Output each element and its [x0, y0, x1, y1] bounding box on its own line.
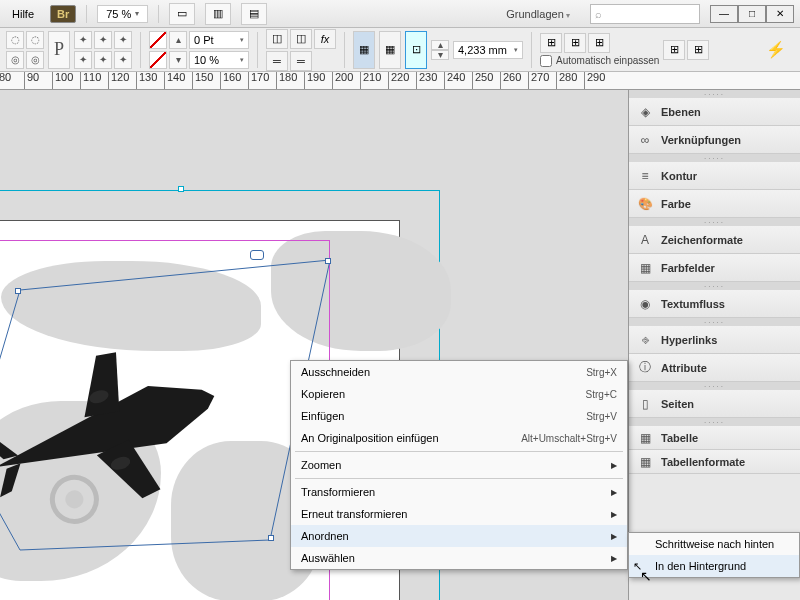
wrap-icon[interactable]: ═ [290, 51, 312, 71]
stroke-none-icon[interactable] [149, 51, 167, 69]
fx-icon[interactable]: fx [314, 29, 336, 49]
panel-item-farbfelder[interactable]: ▦Farbfelder [629, 254, 800, 282]
panel-item-seiten[interactable]: ▯Seiten [629, 390, 800, 418]
dimension-input[interactable]: 4,233 mm [453, 41, 523, 59]
fit-icon[interactable]: ⊞ [588, 33, 610, 53]
anchor-point[interactable] [268, 535, 274, 541]
ruler-tick: 290 [584, 72, 605, 90]
fit-icon[interactable]: ⊞ [687, 40, 709, 60]
tool-icon[interactable]: ◌ [26, 31, 44, 49]
menu-item-kopieren[interactable]: KopierenStrg+C [291, 383, 627, 405]
panel-label: Zeichenformate [661, 234, 743, 246]
tool-icon[interactable]: ✦ [114, 51, 132, 69]
help-menu[interactable]: Hilfe [6, 6, 40, 22]
panel-grip[interactable] [629, 318, 800, 326]
tool-icon[interactable]: ✦ [114, 31, 132, 49]
panel-item-textumfluss[interactable]: ◉Textumfluss [629, 290, 800, 318]
panel-label: Textumfluss [661, 298, 725, 310]
menu-item-an-originalposition-einfügen[interactable]: An Originalposition einfügenAlt+Umschalt… [291, 427, 627, 449]
anchor-point[interactable] [15, 288, 21, 294]
shortcut-label: Strg+C [586, 389, 617, 400]
workspace-dropdown[interactable]: Grundlagen [496, 6, 580, 22]
tool-icon[interactable]: ✦ [94, 31, 112, 49]
fit-icon[interactable]: ⊞ [663, 40, 685, 60]
align-icon[interactable]: ▦ [379, 31, 401, 69]
panel-item-farbe[interactable]: 🎨Farbe [629, 190, 800, 218]
panel-item-kontur[interactable]: ≡Kontur [629, 162, 800, 190]
submenu-item-in-den-hintergrund[interactable]: ↖In den Hintergrund [629, 555, 799, 577]
tool-icon[interactable]: ◌ [6, 31, 24, 49]
panel-grip[interactable] [629, 382, 800, 390]
tool-icon[interactable]: ✦ [74, 31, 92, 49]
menu-item-transformieren[interactable]: Transformieren▶ [291, 481, 627, 503]
panel-item-hyperlinks[interactable]: ⎆Hyperlinks [629, 326, 800, 354]
ruler-tick: 100 [52, 72, 73, 90]
close-button[interactable]: ✕ [766, 5, 794, 23]
submenu-item-schrittweise-nach-hinten[interactable]: Schrittweise nach hinten [629, 533, 799, 555]
panel-icon: ▦ [637, 454, 653, 470]
maximize-button[interactable]: □ [738, 5, 766, 23]
horizontal-ruler: 8090100110120130140150160170180190200210… [0, 72, 800, 90]
view-mode-button-2[interactable]: ▥ [205, 3, 231, 25]
align-icon[interactable]: ▦ [353, 31, 375, 69]
panel-item-verknüpfungen[interactable]: ∞Verknüpfungen [629, 126, 800, 154]
panel-label: Hyperlinks [661, 334, 717, 346]
separator [86, 5, 87, 23]
tool-icon[interactable]: ◎ [26, 51, 44, 69]
zoom-dropdown[interactable]: 75 % [97, 5, 148, 23]
stepper-down-icon[interactable]: ▾ [169, 51, 187, 69]
menu-item-zoomen[interactable]: Zoomen▶ [291, 454, 627, 476]
selection-handle[interactable] [178, 186, 184, 192]
opacity-input[interactable]: 10 % [189, 51, 249, 69]
menu-item-einfügen[interactable]: EinfügenStrg+V [291, 405, 627, 427]
wrap-icon[interactable]: ═ [266, 51, 288, 71]
panel-grip[interactable] [629, 282, 800, 290]
panel-item-tabelle[interactable]: ▦Tabelle [629, 426, 800, 450]
menu-item-erneut-transformieren[interactable]: Erneut transformieren▶ [291, 503, 627, 525]
tool-icon[interactable]: ◎ [6, 51, 24, 69]
menu-item-auswählen[interactable]: Auswählen▶ [291, 547, 627, 569]
panel-grip[interactable] [629, 154, 800, 162]
view-mode-button-3[interactable]: ▤ [241, 3, 267, 25]
link-badge[interactable] [250, 250, 264, 260]
view-mode-button-1[interactable]: ▭ [169, 3, 195, 25]
fill-none-icon[interactable] [149, 31, 167, 49]
tool-icon[interactable]: ✦ [94, 51, 112, 69]
shortcut-label: Alt+Umschalt+Strg+V [521, 433, 617, 444]
panel-label: Ebenen [661, 106, 701, 118]
fit-icon[interactable]: ⊞ [540, 33, 562, 53]
panel-grip[interactable] [629, 218, 800, 226]
panel-item-tabellenformate[interactable]: ▦Tabellenformate [629, 450, 800, 474]
minimize-button[interactable]: — [710, 5, 738, 23]
stepper-down-icon[interactable]: ▾ [431, 50, 449, 60]
fit-icon[interactable]: ⊞ [564, 33, 586, 53]
ruler-tick: 280 [556, 72, 577, 90]
panel-grip[interactable] [629, 90, 800, 98]
menu-item-anordnen[interactable]: Anordnen▶ [291, 525, 627, 547]
panel-item-ebenen[interactable]: ◈Ebenen [629, 98, 800, 126]
effects-icon[interactable]: ◫ [266, 29, 288, 49]
panel-item-zeichenformate[interactable]: AZeichenformate [629, 226, 800, 254]
bridge-button[interactable]: Br [50, 5, 76, 23]
shortcut-label: Strg+V [586, 411, 617, 422]
autofit-checkbox[interactable]: Automatisch einpassen [540, 55, 659, 67]
tool-icon[interactable]: ✦ [74, 51, 92, 69]
stroke-weight-input[interactable]: 0 Pt [189, 31, 249, 49]
stepper-up-icon[interactable]: ▴ [431, 40, 449, 50]
lightning-icon[interactable]: ⚡ [766, 40, 794, 59]
panel-item-attribute[interactable]: ⓘAttribute [629, 354, 800, 382]
panel-grip[interactable] [629, 418, 800, 426]
search-input[interactable]: ⌕ [590, 4, 700, 24]
menu-item-ausschneiden[interactable]: AusschneidenStrg+X [291, 361, 627, 383]
panel-label: Tabelle [661, 432, 698, 444]
stepper-up-icon[interactable]: ▴ [169, 31, 187, 49]
menu-separator [295, 451, 623, 452]
paragraph-icon[interactable]: P [48, 31, 70, 69]
ruler-tick: 170 [248, 72, 269, 90]
ruler-tick: 150 [192, 72, 213, 90]
anchor-point[interactable] [325, 258, 331, 264]
crop-icon[interactable]: ⊡ [405, 31, 427, 69]
panel-label: Farbe [661, 198, 691, 210]
menu-label: Transformieren [301, 486, 375, 498]
effects-icon[interactable]: ◫ [290, 29, 312, 49]
